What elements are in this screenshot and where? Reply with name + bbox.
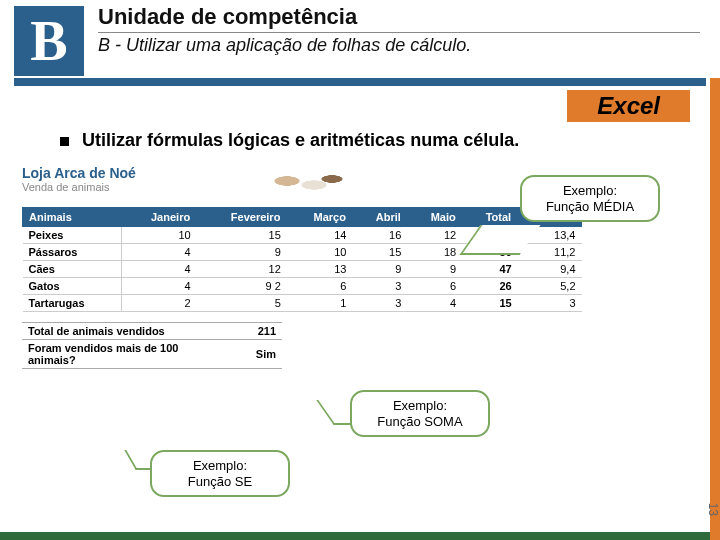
header: B Unidade de competência B - Utilizar um… [0,0,720,78]
animals-image [260,165,350,205]
table-row: Cães4121399479,4 [23,261,582,278]
cell: 2 [121,295,196,312]
cell: 5 [197,295,287,312]
row-name: Tartarugas [23,295,122,312]
cell: 9 [197,244,287,261]
col-jan: Janeiro [121,208,196,227]
table-header-row: Animais Janeiro Fevereiro Março Abril Ma… [23,208,582,227]
row-name: Peixes [23,227,122,244]
cell-total: 15 [462,295,518,312]
row-name: Pássaros [23,244,122,261]
cell: 10 [287,244,353,261]
page-number: 13 [706,503,720,516]
cell: 4 [121,244,196,261]
table-row: Gatos49 2636265,2 [23,278,582,295]
summary-total-value: 211 [232,323,282,340]
cell-avg: 3 [518,295,582,312]
summary-q-label: Foram vendidos mais de 100 animais? [22,340,232,369]
cell: 4 [121,278,196,295]
cell: 12 [407,227,462,244]
cell: 15 [197,227,287,244]
callout-media: Exemplo: Função MÉDIA [520,175,660,222]
right-accent-bar [710,0,720,540]
col-mar: Março [287,208,353,227]
slide: B Unidade de competência B - Utilizar um… [0,0,720,540]
col-animais: Animais [23,208,122,227]
col-abr: Abril [352,208,407,227]
cell: 9 [407,261,462,278]
cell-avg: 9,4 [518,261,582,278]
callout-se-l1: Exemplo: [168,458,272,474]
bullet-icon [60,137,69,146]
summary-row-total: Total de animais vendidos 211 [22,323,282,340]
bullet-text: Utilizar fórmulas lógicas e aritméticas … [82,130,519,150]
cell: 3 [352,295,407,312]
cell: 4 [407,295,462,312]
summary-q-value: Sim [232,340,282,369]
callout-se-l2: Função SE [168,474,272,490]
cell: 26 [462,278,518,295]
cell: 18 [407,244,462,261]
summary-row-question: Foram vendidos mais de 100 animais? Sim [22,340,282,369]
callout-soma-l1: Exemplo: [368,398,472,414]
cell: 4 [121,261,196,278]
cell: 6 [287,278,353,295]
cell: 1 [287,295,353,312]
cell-total: 47 [462,261,518,278]
callout-media-l2: Função MÉDIA [538,199,642,215]
callout-soma: Exemplo: Função SOMA [350,390,490,437]
table-row: Tartarugas25134153 [23,295,582,312]
bullet-line: Utilizar fórmulas lógicas e aritméticas … [60,130,519,151]
callout-se: Exemplo: Função SE [150,450,290,497]
summary-total-label: Total de animais vendidos [22,323,232,340]
summary-table: Total de animais vendidos 211 Foram vend… [22,322,282,369]
callout-media-l1: Exemplo: [538,183,642,199]
col-total: Total [462,208,518,227]
cell: 10 [121,227,196,244]
col-mai: Maio [407,208,462,227]
data-table: Animais Janeiro Fevereiro Março Abril Ma… [22,207,582,312]
unit-letter: B [30,9,67,73]
col-fev: Fevereiro [197,208,287,227]
cell: 5,2 [518,278,582,295]
row-name: Gatos [23,278,122,295]
callout-soma-l2: Função SOMA [368,414,472,430]
cell: 16 [352,227,407,244]
row-name: Cães [23,261,122,278]
cell: 6 [407,278,462,295]
cell-avg: 11,2 [518,244,582,261]
cell: 3 [352,278,407,295]
cell: 9 2 [197,278,287,295]
page-subtitle: B - Utilizar uma aplicação de folhas de … [98,35,700,56]
cell: 12 [197,261,287,278]
excel-tag: Excel [567,90,690,122]
cell: 14 [287,227,353,244]
cell: 9 [352,261,407,278]
cell: 15 [352,244,407,261]
title-block: Unidade de competência B - Utilizar uma … [98,4,700,56]
header-divider [14,78,706,86]
page-title: Unidade de competência [98,4,700,33]
unit-letter-box: B [14,6,84,76]
cell: 13 [287,261,353,278]
